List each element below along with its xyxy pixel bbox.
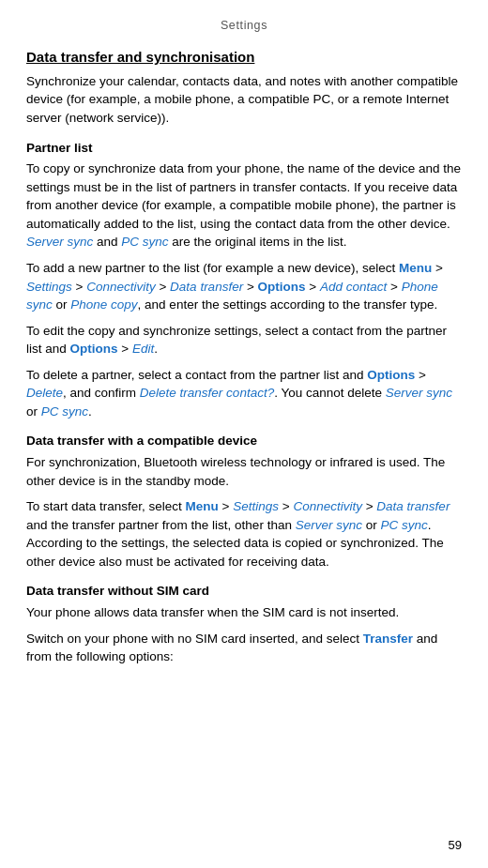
partner-list-heading: Partner list [26,139,462,158]
menu-option: Menu [399,261,432,275]
partner-list-para3: To edit the copy and synchronize setting… [26,322,462,358]
phone-copy-link[interactable]: Phone copy [70,297,137,312]
server-sync-link-2[interactable]: Server sync [386,386,452,400]
compatible-menu-option: Menu [186,499,219,513]
page-title-bar: Settings [26,17,462,34]
options-option: Options [258,280,306,294]
page-title: Settings [221,19,267,32]
options-edit-option: Options [70,342,118,356]
options-delete-option: Options [367,368,415,382]
compatible-device-para2: To start data transfer, select Menu > Se… [26,497,462,571]
compatible-device-heading: Data transfer with a compatible device [26,432,462,450]
delete-transfer-link[interactable]: Delete transfer contact? [140,386,274,400]
data-transfer-link[interactable]: Data transfer [170,280,243,294]
transfer-option: Transfer [363,632,413,646]
partner-list-para4: To delete a partner, select a contact fr… [26,366,462,421]
compatible-settings-link[interactable]: Settings [233,499,279,513]
delete-link[interactable]: Delete [26,386,63,400]
no-sim-para1: Your phone allows data transfer when the… [26,603,462,622]
no-sim-para2: Switch on your phone with no SIM card in… [26,630,462,666]
settings-link[interactable]: Settings [26,280,72,294]
intro-paragraph: Synchronize your calendar, contacts data… [26,72,462,128]
compatible-connectivity-link[interactable]: Connectivity [293,499,362,513]
add-contact-link[interactable]: Add contact [320,280,387,294]
compatible-data-transfer-link[interactable]: Data transfer [376,499,450,513]
edit-link[interactable]: Edit [132,342,154,356]
page-number: 59 [449,837,462,855]
pc-sync-link-2[interactable]: PC sync [41,404,88,419]
compatible-device-para1: For synchronization, Bluetooth wireless … [26,453,462,490]
compatible-pc-sync-link[interactable]: PC sync [380,518,427,532]
partner-list-para2: To add a new partner to the list (for ex… [26,259,462,314]
compatible-server-sync-link[interactable]: Server sync [296,518,362,532]
pc-sync-link-1[interactable]: PC sync [121,235,168,249]
partner-list-para1: To copy or synchronize data from your ph… [26,160,462,251]
server-sync-link-1[interactable]: Server sync [26,235,93,249]
main-heading: Data transfer and synchronisation [26,47,462,68]
no-sim-heading: Data transfer without SIM card [26,582,462,601]
connectivity-link[interactable]: Connectivity [86,280,156,294]
